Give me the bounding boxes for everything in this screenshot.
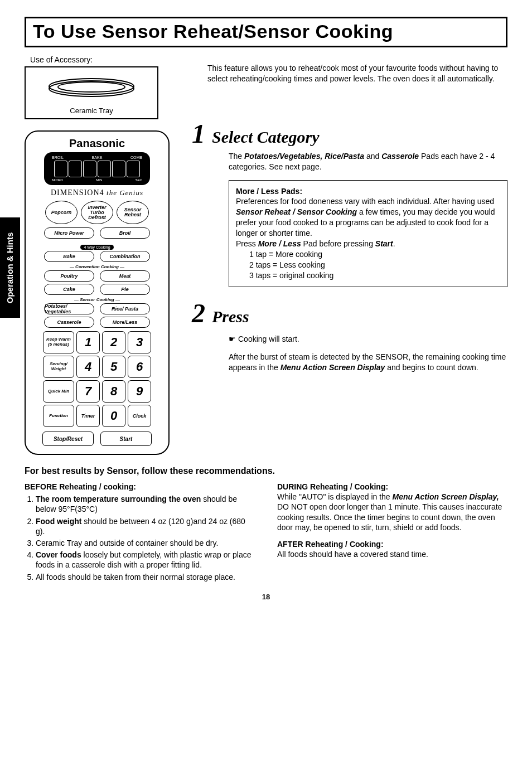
digit [69,161,82,177]
bake-button[interactable]: Bake [44,251,94,262]
potatoes-button[interactable]: Potatoes/ Vegetables [44,303,94,314]
num-5[interactable]: 5 [102,356,125,378]
ceramic-tray-icon [47,77,136,99]
num-2[interactable]: 2 [102,331,125,353]
num-1[interactable]: 1 [76,331,100,353]
num-0[interactable]: 0 [102,405,125,427]
recommend-head: For best results by Sensor, follow these… [25,466,507,476]
recommendations: For best results by Sensor, follow these… [25,466,507,584]
section-sensor: Sensor Cooking [33,297,161,302]
cake-button[interactable]: Cake [44,284,94,295]
clock-button[interactable]: Clock [128,405,151,427]
digit [83,161,96,177]
quick-min-button[interactable]: Quick Min [43,380,74,403]
step2-title: Press [212,307,249,326]
poultry-button[interactable]: Poultry [44,270,94,282]
step2-body: ☛Cooking will start. After the burst of … [229,334,507,374]
broil-button[interactable]: Broil [100,227,150,239]
meat-button[interactable]: Meat [100,270,150,282]
popcorn-button[interactable]: Popcorn [45,201,78,224]
function-button[interactable]: Function [43,405,74,427]
side-tab-label: Operation & Hints [6,232,15,303]
pie-button[interactable]: Pie [100,284,150,295]
disp-bot-sec: SEC [136,178,142,182]
step1-body: The Potatoes/Vegetables, Rice/Pasta and … [229,151,507,172]
tap-3: 3 taps = original cooking [249,270,500,281]
tap-1: 1 tap = More cooking [249,249,500,260]
accessory-box: Ceramic Tray [25,66,158,119]
accessory-label: Use of Accessory: [30,55,192,64]
rice-button[interactable]: Rice/ Pasta [100,303,150,314]
num-7[interactable]: 7 [76,380,100,403]
start-button[interactable]: Start [100,432,152,446]
title-box: To Use Sensor Reheat/Sensor Cooking [25,17,507,47]
during-after-col: DURING Reheating / Cooking: While "AUTO"… [277,482,507,584]
tray-label: Ceramic Tray [31,106,152,115]
tap-2: 2 taps = Less cooking [249,260,500,270]
page-number: 18 [25,593,507,601]
inverter-defrost-button[interactable]: Inverter Turbo Defrost [81,201,113,224]
more-less-box: More / Less Pads: Preferences for food d… [229,180,507,287]
svg-point-2 [58,82,125,92]
step-2: 2 Press ☛Cooking will start. After the b… [207,303,507,374]
num-6[interactable]: 6 [128,356,151,378]
before-col: BEFORE Reheating / cooking: The room tem… [25,482,255,584]
digit [127,161,140,177]
keep-warm-button[interactable]: Keep Warm (5 menus) [43,331,74,353]
step2-num: 2 [192,303,205,324]
sensor-reheat-button[interactable]: Sensor Reheat [117,201,149,224]
control-panel: Panasonic BROIL BAKE COMB [25,130,170,455]
side-tab: Operation & Hints [0,217,20,318]
disp-bot-min: MIN [96,178,102,182]
step1-num: 1 [192,123,205,144]
section-convection: Convection Cooking [33,264,161,269]
disp-bot-micro: MICRO [52,178,63,182]
digit [54,161,67,177]
page-title: To Use Sensor Reheat/Sensor Cooking [33,21,499,42]
disp-top-bake: BAKE [92,156,103,159]
sub-brand: DIMENSION4 the Genius [33,188,161,197]
disp-top-broil: BROIL [52,156,64,159]
num-9[interactable]: 9 [128,380,151,403]
cooking-badge: 4 Way Cooking [80,245,113,250]
digit [112,161,125,177]
intro-text: This feature allows you to reheat/cook m… [207,63,507,84]
digit [98,161,111,177]
timer-button[interactable]: Timer [76,405,100,427]
num-8[interactable]: 8 [102,380,125,403]
step1-title: Select Category [212,128,319,147]
combination-button[interactable]: Combination [100,251,150,262]
disp-top-comb: COMB [130,156,142,159]
micro-power-button[interactable]: Micro Power [44,227,94,239]
brand-label: Panasonic [33,137,161,150]
display: BROIL BAKE COMB MICRO MIN [44,152,150,185]
more-less-button[interactable]: More/Less [100,317,150,328]
hand-icon: ☛ [229,334,236,345]
casserole-button[interactable]: Casserole [44,317,94,328]
stop-reset-button[interactable]: Stop/Reset [42,432,94,446]
step-1: 1 Select Category The Potatoes/Vegetable… [207,123,507,287]
num-3[interactable]: 3 [128,331,151,353]
serving-weight-button[interactable]: Serving/ Weight [43,356,74,378]
num-4[interactable]: 4 [76,356,100,378]
